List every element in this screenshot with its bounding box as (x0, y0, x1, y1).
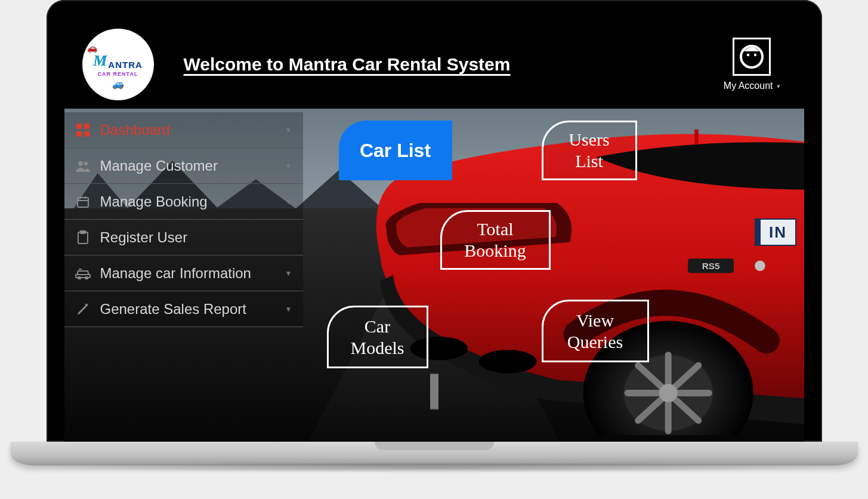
chevron-down-icon: ▼ (285, 269, 292, 278)
sidebar-item-label: Manage Booking (100, 193, 276, 210)
svg-point-33 (78, 277, 81, 279)
sidebar-item-label: Dashboard (100, 122, 276, 138)
tile-car-models[interactable]: Car Models (327, 306, 428, 368)
grid-icon (75, 124, 91, 137)
laptop-base (11, 442, 858, 466)
pencil-icon (75, 303, 91, 316)
sidebar-item-label: Manage Customer (100, 158, 276, 174)
screen-bezel: 🚗 M ANTRA CAR RENTAL 🚙 Welcome to Mantra… (47, 0, 822, 442)
car-icon (75, 267, 91, 279)
sidebar-item-manage-car-information[interactable]: Manage car Information▼ (64, 255, 303, 291)
chevron-down-icon: ▼ (285, 162, 292, 170)
main-content: RS5 (64, 109, 804, 442)
sidebar-nav: Dashboard▼Manage Customer▼Manage Booking… (64, 109, 303, 442)
account-avatar-box (733, 38, 771, 76)
sidebar-item-dashboard[interactable]: Dashboard▼ (64, 112, 303, 148)
page-title: Welcome to Mantra Car Rental System (178, 54, 700, 75)
svg-point-34 (85, 277, 88, 279)
svg-rect-26 (78, 198, 88, 207)
svg-rect-21 (84, 124, 89, 129)
tile-label: Car List (360, 139, 431, 162)
users-icon (75, 160, 91, 172)
sidebar-item-label: Register User (100, 229, 292, 246)
sidebar-item-label: Manage car Information (100, 265, 276, 282)
svg-point-24 (78, 161, 83, 166)
chevron-down-icon: ▼ (285, 305, 292, 313)
svg-rect-23 (84, 131, 89, 137)
logo-text-main: M ANTRA (93, 52, 143, 70)
svg-rect-22 (76, 131, 82, 137)
calendar-icon (75, 195, 91, 208)
sidebar-item-manage-booking[interactable]: Manage Booking▼ (64, 184, 303, 220)
tile-label: Users List (554, 129, 625, 172)
sidebar-item-label: Generate Sales Report (100, 301, 276, 318)
logo-letter-m: M (93, 52, 107, 70)
svg-rect-31 (81, 230, 85, 233)
app-header: 🚗 M ANTRA CAR RENTAL 🚙 Welcome to Mantra… (64, 17, 804, 106)
tile-view-queries[interactable]: View Queries (542, 300, 649, 362)
tile-label: View Queries (554, 310, 637, 353)
chevron-down-icon: ▾ (777, 82, 780, 90)
account-label: My Account (724, 81, 773, 91)
tile-total-booking[interactable]: Total Booking (440, 210, 551, 270)
tile-label: Total Booking (453, 218, 538, 261)
clipboard-icon (75, 230, 91, 245)
account-label-row[interactable]: My Account ▾ (724, 81, 780, 91)
sidebar-item-manage-customer[interactable]: Manage Customer▼ (64, 148, 303, 184)
logo-car-icon-2: 🚙 (112, 78, 124, 90)
logo-car-icon: 🚗 (87, 43, 97, 53)
user-face-icon (739, 44, 764, 69)
svg-rect-20 (76, 124, 82, 129)
account-menu[interactable]: My Account ▾ (724, 38, 780, 91)
chevron-down-icon: ▼ (285, 198, 292, 206)
tile-users-list[interactable]: Users List (542, 121, 637, 180)
svg-point-25 (84, 161, 87, 165)
laptop-frame: 🚗 M ANTRA CAR RENTAL 🚙 Welcome to Mantra… (47, 0, 822, 466)
sidebar-item-register-user[interactable]: Register User (64, 220, 303, 255)
tile-label: Car Models (339, 316, 416, 359)
sidebar-item-generate-sales-report[interactable]: Generate Sales Report▼ (64, 291, 303, 327)
chevron-down-icon: ▼ (285, 126, 292, 134)
app-screen: 🚗 M ANTRA CAR RENTAL 🚙 Welcome to Mantra… (64, 17, 804, 442)
svg-point-1 (747, 54, 749, 56)
tile-car-list[interactable]: Car List (339, 121, 452, 180)
brand-logo: 🚗 M ANTRA CAR RENTAL 🚙 (82, 29, 154, 100)
dashboard-tiles: Car List Users List Total Booking Car Mo… (303, 109, 804, 442)
logo-subtext: CAR RENTAL (98, 71, 138, 77)
logo-text-rest: ANTRA (108, 60, 143, 70)
svg-point-2 (754, 54, 756, 56)
